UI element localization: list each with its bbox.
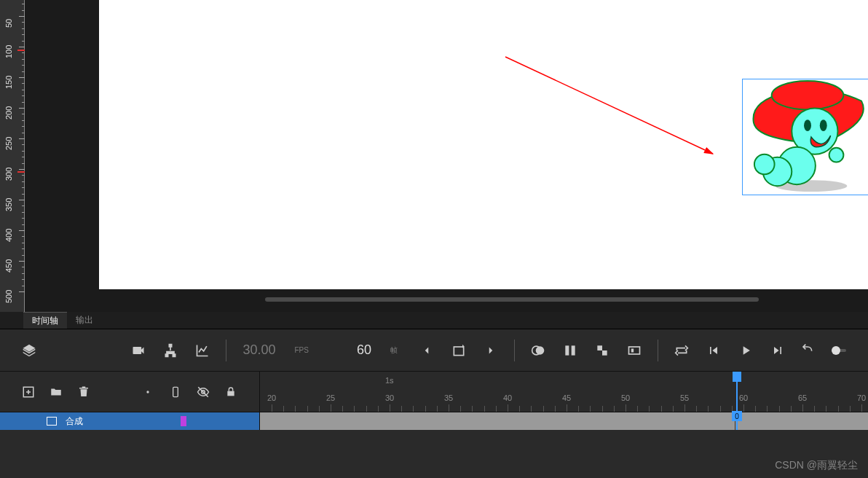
svg-point-7 (829, 148, 844, 162)
horizontal-scrollbar[interactable] (265, 297, 759, 302)
timeline-empty-area (0, 430, 868, 478)
edit-multiple-icon[interactable] (563, 343, 577, 358)
fit-icon[interactable] (627, 343, 642, 358)
time-tick-label: 50 (621, 393, 630, 402)
trash-icon[interactable] (77, 385, 90, 399)
tab-timeline[interactable]: 时间轴 (23, 312, 67, 329)
undo-icon[interactable] (800, 343, 814, 358)
time-ruler[interactable]: 1s 2025303540455055606570 (259, 372, 868, 412)
ruler-label: 200 (4, 106, 13, 120)
time-tick-label: 70 (857, 393, 866, 402)
svg-rect-14 (572, 345, 575, 355)
graph-icon[interactable] (195, 343, 210, 358)
ruler-label: 150 (4, 76, 13, 89)
time-tick-label: 45 (562, 393, 571, 402)
layers-icon[interactable] (22, 343, 36, 358)
second-marker: 1s (385, 376, 394, 385)
time-tick-label: 40 (503, 393, 512, 402)
play-icon[interactable] (738, 343, 753, 358)
folder-icon[interactable] (50, 385, 63, 399)
frame-value[interactable]: 60 (357, 342, 371, 358)
markers-icon[interactable] (595, 343, 609, 358)
time-tick-label: 55 (680, 393, 689, 402)
svg-point-18 (146, 391, 149, 393)
device-icon[interactable] (169, 385, 182, 399)
watermark: CSDN @雨翼轻尘 (775, 459, 858, 472)
ruler-label: 400 (4, 229, 13, 242)
playhead-frame: 0 (732, 411, 742, 421)
track-name: 合成 (66, 415, 83, 428)
svg-point-6 (754, 154, 775, 175)
prev-icon[interactable] (419, 343, 434, 358)
dot-icon[interactable] (141, 385, 154, 399)
time-tick-label: 20 (267, 393, 276, 402)
visibility-off-icon[interactable] (197, 385, 210, 399)
ruler-label: 500 (4, 290, 13, 303)
lock-icon[interactable] (224, 385, 237, 399)
svg-point-12 (536, 346, 545, 355)
fps-label: FPS (295, 346, 309, 354)
next-icon[interactable] (484, 343, 498, 358)
track-keyframe-indicator (181, 416, 186, 426)
svg-rect-15 (629, 347, 640, 354)
svg-rect-16 (631, 348, 634, 352)
zoom-slider[interactable] (832, 343, 846, 358)
ruler-label: 250 (4, 137, 13, 150)
track-type-icon (47, 417, 57, 426)
onion-skin-icon[interactable] (531, 343, 545, 358)
step-back-icon[interactable] (706, 343, 721, 358)
selected-sprite[interactable] (742, 79, 868, 195)
timeline-toolbar: 30.00FPS 60帧 (0, 329, 868, 372)
track-body[interactable] (259, 412, 868, 430)
loop-icon[interactable] (674, 343, 689, 358)
vertical-ruler: 50100150200250300350400450500 (0, 0, 25, 312)
camera-icon[interactable] (131, 343, 146, 358)
ruler-label: 100 (4, 45, 13, 58)
insert-frame-icon[interactable] (451, 343, 466, 358)
svg-point-2 (772, 81, 844, 110)
canvas-viewport (25, 0, 868, 312)
svg-rect-10 (454, 347, 463, 356)
playhead-handle[interactable] (733, 372, 741, 382)
tab-output-label: 输出 (76, 314, 93, 326)
time-tick-label: 65 (798, 393, 807, 402)
track-header[interactable]: 合成 (0, 412, 259, 430)
tab-output[interactable]: 输出 (67, 312, 102, 329)
layer-controls (0, 372, 259, 412)
fps-value[interactable]: 30.00 (242, 342, 275, 358)
ruler-label: 350 (4, 198, 13, 211)
svg-rect-22 (227, 391, 234, 396)
step-forward-icon[interactable] (770, 343, 785, 358)
add-layer-icon[interactable] (22, 385, 35, 399)
time-tick-label: 60 (739, 393, 748, 402)
panel-tabs: 时间轴 输出 (0, 312, 868, 329)
ruler-label: 450 (4, 259, 13, 273)
svg-rect-13 (565, 345, 569, 355)
ruler-label: 50 (4, 19, 13, 28)
hierarchy-icon[interactable] (163, 343, 178, 358)
time-tick-label: 35 (444, 393, 453, 402)
time-tick-label: 30 (385, 393, 394, 402)
playhead[interactable]: 0 (736, 372, 738, 437)
svg-point-9 (820, 120, 827, 131)
frame-label: 帧 (390, 345, 398, 356)
ruler-label: 300 (4, 168, 13, 181)
svg-rect-19 (173, 387, 178, 396)
time-tick-label: 25 (326, 393, 335, 402)
svg-point-8 (804, 120, 811, 131)
tab-timeline-label: 时间轴 (32, 315, 58, 327)
